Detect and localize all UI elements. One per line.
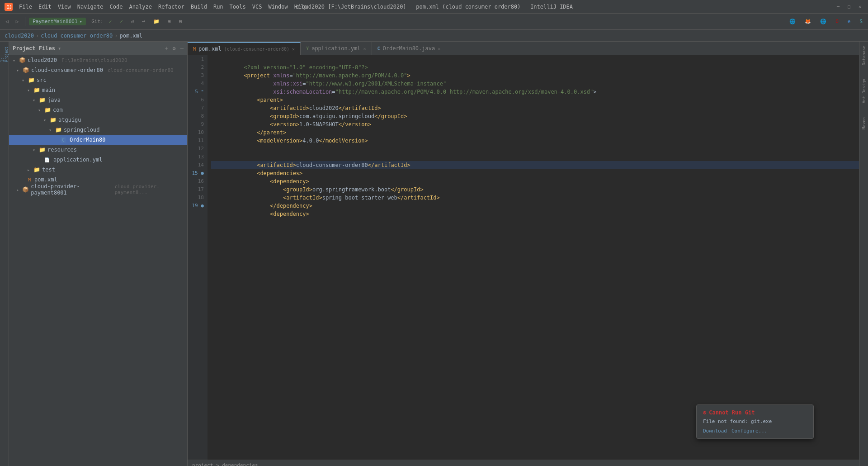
tab-application-yml[interactable]: Y application.yml ✕ <box>301 42 372 55</box>
main-layout: 1: Project Project Files ▾ + ⚙ ─ 📦 cloud… <box>0 42 868 466</box>
yml-icon: 📄 <box>44 157 50 162</box>
tab-close-button[interactable]: ✕ <box>292 47 295 52</box>
ant-design-tab[interactable]: Ant Design <box>862 77 866 105</box>
tab-label: application.yml <box>311 45 360 52</box>
add-icon[interactable]: + <box>165 45 168 52</box>
tree-item-springcloud[interactable]: 📁 springcloud <box>9 125 187 135</box>
nav-back-button[interactable]: ◁ <box>3 16 11 28</box>
browser-safari-icon[interactable]: S <box>857 16 865 28</box>
close-button[interactable]: ✕ <box>856 3 863 10</box>
breadcrumb-item-1[interactable]: cloud2020 <box>5 33 34 39</box>
git-folder-button[interactable]: 📁 <box>151 16 162 28</box>
xml-tab-icon: M <box>193 47 196 52</box>
left-sidebar: 1: Project <box>0 42 9 466</box>
tree-item-main[interactable]: 📁 main <box>9 85 187 95</box>
line-number: 15 ● <box>188 169 204 177</box>
git-refresh-button[interactable]: ↺ <box>128 16 137 28</box>
git-expand-button[interactable]: ⊞ <box>165 16 174 28</box>
menu-vcs[interactable]: VCS <box>252 4 262 10</box>
sidebar-project-icon[interactable]: 1: Project <box>1 44 8 62</box>
tree-label: java <box>47 97 61 103</box>
settings-icon[interactable]: ⚙ <box>173 45 176 52</box>
tab-close-button[interactable]: ✕ <box>363 46 366 51</box>
code-content[interactable]: <?xml version="1.0" encoding="UTF-8"?> <… <box>208 55 859 460</box>
tab-bar: M pom.xml (cloud-consumer-order80) ✕ Y a… <box>188 42 859 55</box>
menu-file[interactable]: File <box>19 4 32 10</box>
folder-icon: 📁 <box>44 107 51 113</box>
folder-icon: 📁 <box>55 127 62 133</box>
menu-refactor[interactable]: Refactor <box>158 4 184 10</box>
tree-item-atguigu[interactable]: 📁 atguigu <box>9 115 187 125</box>
menu-view[interactable]: View <box>58 4 71 10</box>
maven-tab[interactable]: Maven <box>862 115 866 131</box>
window-title: cloud2020 [F:\JetBrains\cloud2020] - pom… <box>295 4 573 10</box>
database-tab[interactable]: Database <box>862 44 866 67</box>
module-icon: 📦 <box>23 67 29 73</box>
editor-area: M pom.xml (cloud-consumer-order80) ✕ Y a… <box>188 42 859 466</box>
notification-body: File not found: git.exe <box>703 418 807 424</box>
folder-icon: 📁 <box>39 97 46 103</box>
git-search-button[interactable]: ⊟ <box>176 16 185 28</box>
arrow-icon <box>33 98 37 103</box>
download-link[interactable]: Download <box>703 428 727 434</box>
run-config-dropdown[interactable]: PaymentMain8001 ▾ <box>29 18 86 25</box>
tab-ordermain80-java[interactable]: C OrderMain80.java ✕ <box>372 42 447 55</box>
line-number: 7 <box>188 104 204 112</box>
menu-edit[interactable]: Edit <box>38 4 52 10</box>
browser-firefox-icon[interactable]: 🦊 <box>802 16 814 28</box>
browser-opera-icon[interactable]: O <box>833 16 841 28</box>
code-line-15: <dependency> <box>211 169 859 177</box>
nav-forward-button[interactable]: ▷ <box>13 16 22 28</box>
java-tab-icon: C <box>377 46 380 51</box>
configure-link[interactable]: Configure... <box>731 428 767 434</box>
tree-item-ordermain80[interactable]: C OrderMain80 <box>9 135 187 145</box>
code-breadcrumb: project > dependencies <box>188 460 859 466</box>
menu-tools[interactable]: Tools <box>230 4 246 10</box>
tree-label: atguigu <box>58 117 81 123</box>
tree-item-java[interactable]: 📁 java <box>9 95 187 105</box>
minimize-button[interactable]: ─ <box>835 3 842 10</box>
git-undo-button[interactable]: ↩ <box>140 16 148 28</box>
menu-analyze[interactable]: Analyze <box>129 4 152 10</box>
right-sidebar: Database Ant Design Maven <box>859 42 868 466</box>
git-label: Git: <box>91 19 104 24</box>
menu-navigate[interactable]: Navigate <box>77 4 104 10</box>
git-checkmark-button[interactable]: ✓ <box>106 16 115 28</box>
tree-item-com[interactable]: 📁 com <box>9 105 187 115</box>
git-check2-button[interactable]: ✓ <box>117 16 126 28</box>
module-icon: 📦 <box>19 57 26 63</box>
yml-tab-icon: Y <box>306 46 309 51</box>
browser-ie-icon[interactable]: e <box>845 16 854 28</box>
panel-collapse-icon[interactable]: ─ <box>180 45 184 52</box>
tab-pom-xml[interactable]: M pom.xml (cloud-consumer-order80) ✕ <box>188 42 301 55</box>
tree-item-resources[interactable]: 📁 resources <box>9 145 187 155</box>
maximize-button[interactable]: □ <box>845 3 853 10</box>
folder-icon: 📁 <box>39 147 46 153</box>
arrow-icon <box>33 147 37 152</box>
breadcrumb-item-2[interactable]: cloud-consumer-order80 <box>41 33 113 39</box>
menu-run[interactable]: Run <box>213 4 223 10</box>
xml-tag: <project <box>244 72 270 79</box>
tree-item-test[interactable]: 📁 test <box>9 165 187 175</box>
folder-icon: 📁 <box>28 77 35 83</box>
menu-build[interactable]: Build <box>191 4 207 10</box>
line-number: 6 <box>188 96 204 104</box>
tree-path: cloud-consumer-order80 <box>108 67 174 73</box>
browser-chrome-icon[interactable]: 🌐 <box>787 16 798 28</box>
breadcrumb: cloud2020 › cloud-consumer-order80 › pom… <box>0 30 868 42</box>
menu-code[interactable]: Code <box>110 4 123 10</box>
tree-item-src[interactable]: 📁 src <box>9 75 187 85</box>
tree-item-consumer-order[interactable]: 📦 cloud-consumer-order80 cloud-consumer-… <box>9 65 187 75</box>
browser-edge-icon[interactable]: 🌐 <box>817 16 829 28</box>
menu-window[interactable]: Window <box>268 4 288 10</box>
java-file-icon: C <box>61 137 66 143</box>
tree-item-application-yml[interactable]: 📄 application.yml <box>9 155 187 165</box>
tree-item-payment8001[interactable]: 📦 cloud-provider-payment8001 cloud-provi… <box>9 185 187 195</box>
tab-close-button[interactable]: ✕ <box>438 46 440 51</box>
line-number: 12 <box>188 145 204 153</box>
tree-item-cloud2020[interactable]: 📦 cloud2020 F:\JetBrains\cloud2020 <box>9 55 187 65</box>
breadcrumb-item-3[interactable]: pom.xml <box>119 33 142 39</box>
tree-path: cloud-provider-payment8... <box>114 184 187 195</box>
notification-actions: Download Configure... <box>703 428 807 434</box>
xml-icon: M <box>28 177 31 182</box>
